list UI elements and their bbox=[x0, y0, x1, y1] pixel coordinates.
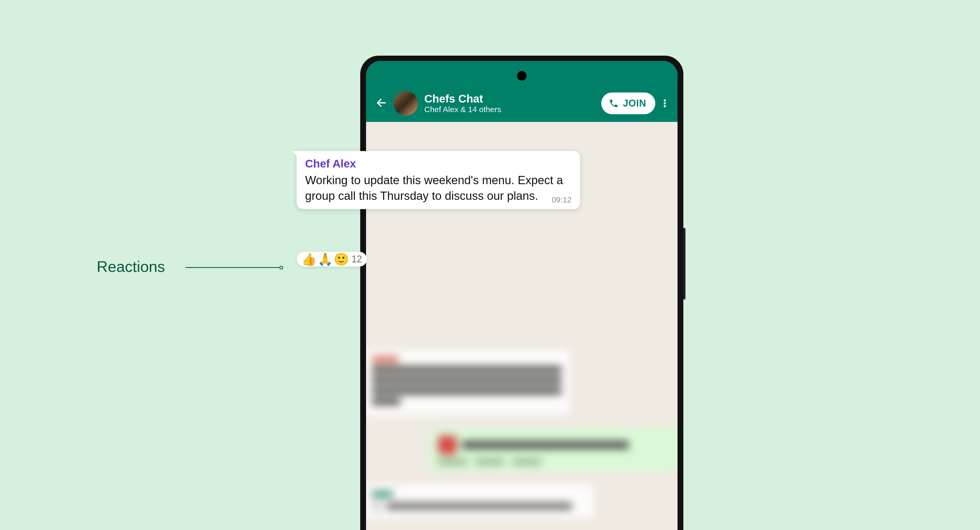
bubble-tail bbox=[292, 151, 298, 157]
message-text: Working to update this weekend's menu. E… bbox=[305, 172, 571, 204]
join-call-button[interactable]: JOIN bbox=[601, 93, 655, 114]
blurred-messages bbox=[366, 350, 678, 530]
blurred-message bbox=[366, 350, 570, 415]
message-time: 09:12 bbox=[552, 195, 571, 204]
thumbs-up-emoji: 👍 bbox=[301, 253, 317, 265]
phone-frame: Chefs Chat Chef Alex & 14 others JOIN bbox=[360, 56, 683, 530]
pray-emoji: 🙏 bbox=[318, 253, 332, 265]
blurred-file-message bbox=[430, 429, 678, 471]
dot-icon bbox=[664, 105, 666, 107]
blurred-deleted-message bbox=[366, 484, 594, 518]
callout-line bbox=[185, 267, 280, 268]
callout-dot bbox=[280, 266, 283, 270]
chat-title: Chefs Chat bbox=[424, 93, 595, 105]
phone-icon bbox=[609, 98, 619, 109]
chat-subtitle: Chef Alex & 14 others bbox=[424, 105, 595, 114]
arrow-left-icon bbox=[375, 97, 387, 109]
phone-side-button bbox=[683, 228, 686, 299]
message-sender: Chef Alex bbox=[305, 157, 571, 170]
reactions-pill[interactable]: 👍 🙏 🙂 12 bbox=[297, 252, 367, 267]
join-call-label: JOIN bbox=[623, 98, 646, 109]
camera-notch bbox=[517, 71, 527, 81]
avatar[interactable] bbox=[394, 91, 418, 115]
dot-icon bbox=[664, 99, 666, 102]
chat-title-group[interactable]: Chefs Chat Chef Alex & 14 others bbox=[424, 93, 595, 114]
back-button[interactable] bbox=[375, 97, 387, 110]
reactions-count: 12 bbox=[352, 254, 362, 265]
dot-icon bbox=[664, 102, 666, 104]
phone-screen: Chefs Chat Chef Alex & 14 others JOIN bbox=[366, 61, 678, 530]
more-options-button[interactable] bbox=[662, 99, 668, 107]
message-bubble[interactable]: Chef Alex Working to update this weekend… bbox=[297, 151, 580, 209]
callout-label: Reactions bbox=[97, 258, 165, 275]
smile-emoji: 🙂 bbox=[334, 253, 349, 265]
chat-header: Chefs Chat Chef Alex & 14 others JOIN bbox=[366, 61, 678, 122]
